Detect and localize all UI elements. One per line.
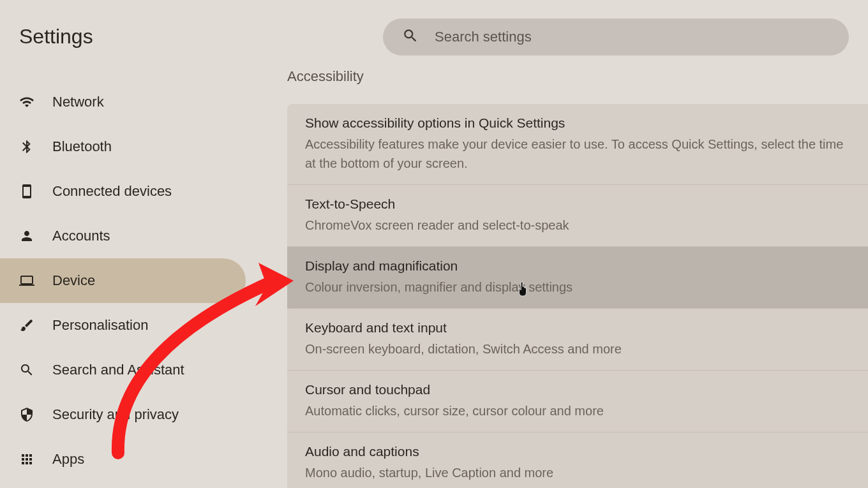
setting-title: Keyboard and text input [305,320,850,336]
sidebar-item-accounts[interactable]: Accounts [0,214,268,258]
sidebar-item-label: Personalisation [52,317,148,334]
setting-desc: ChromeVox screen reader and select-to-sp… [305,216,850,235]
setting-row-cursor-touchpad[interactable]: Cursor and touchpad Automatic clicks, cu… [287,371,868,433]
search-placeholder: Search settings [435,29,532,45]
setting-desc: Automatic clicks, cursor size, cursor co… [305,401,850,420]
laptop-icon [19,273,34,288]
sidebar-item-network[interactable]: Network [0,80,268,124]
wifi-icon [19,94,34,110]
sidebar-item-personalisation[interactable]: Personalisation [0,303,268,348]
sidebar-item-label: Accounts [52,228,110,244]
apps-icon [19,452,34,467]
sidebar: Network Bluetooth Connected devices Acco… [0,73,268,488]
shield-icon [19,407,34,422]
sidebar-item-label: Network [52,94,104,110]
setting-desc: Mono audio, startup, Live Caption and mo… [305,463,850,482]
sidebar-item-label: Search and Assistant [52,362,184,378]
sidebar-item-connected-devices[interactable]: Connected devices [0,169,268,214]
sidebar-item-label: Bluetooth [52,138,112,155]
sidebar-item-label: Apps [52,451,84,468]
setting-desc: Accessibility features make your device … [305,135,850,173]
sidebar-item-search-assistant[interactable]: Search and Assistant [0,348,268,392]
setting-row-keyboard-text[interactable]: Keyboard and text input On-screen keyboa… [287,309,868,371]
setting-row-quick-settings[interactable]: Show accessibility options in Quick Sett… [287,104,868,185]
setting-row-audio-captions[interactable]: Audio and captions Mono audio, startup, … [287,433,868,488]
phone-icon [19,184,34,199]
sidebar-item-bluetooth[interactable]: Bluetooth [0,124,268,169]
main-content: Accessibility Show accessibility options… [268,73,868,488]
sidebar-item-label: Security and privacy [52,406,179,423]
settings-list: Show accessibility options in Quick Sett… [287,104,868,488]
sidebar-item-device[interactable]: Device [0,258,246,303]
section-title: Accessibility [287,68,868,85]
sidebar-item-label: Device [52,272,95,289]
search-input[interactable]: Search settings [383,18,849,55]
setting-title: Audio and captions [305,444,850,459]
bluetooth-icon [19,139,34,154]
brush-icon [19,318,34,333]
layout: Network Bluetooth Connected devices Acco… [0,73,868,488]
setting-desc: Colour inversion, magnifier and display … [305,277,850,297]
page-title: Settings [19,25,383,48]
setting-row-text-to-speech[interactable]: Text-to-Speech ChromeVox screen reader a… [287,185,868,247]
header: Settings Search settings [0,0,868,73]
person-icon [19,228,34,244]
sidebar-item-apps[interactable]: Apps [0,437,268,468]
setting-title: Text-to-Speech [305,196,850,212]
setting-row-display-magnification[interactable]: Display and magnification Colour inversi… [287,247,868,309]
sidebar-item-security-privacy[interactable]: Security and privacy [0,392,268,437]
setting-desc: On-screen keyboard, dictation, Switch Ac… [305,339,850,359]
sidebar-item-label: Connected devices [52,183,172,200]
setting-title: Show accessibility options in Quick Sett… [305,115,850,131]
search-icon [402,27,419,47]
search-icon [19,362,34,378]
setting-title: Display and magnification [305,258,850,274]
setting-title: Cursor and touchpad [305,382,850,397]
